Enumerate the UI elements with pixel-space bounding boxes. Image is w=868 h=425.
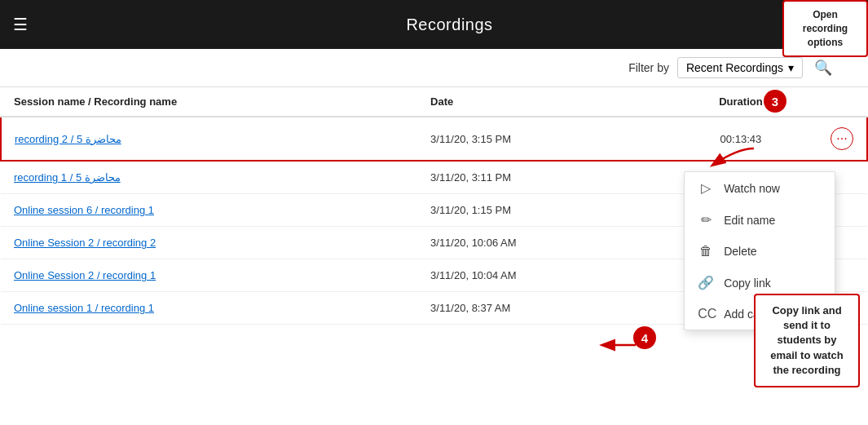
recording-name-cell: Online Session 2 / recording 1: [1, 259, 417, 292]
hamburger-icon[interactable]: ☰: [13, 15, 28, 34]
copy-link-callout: Copy link and send it to students by ema…: [754, 294, 860, 387]
menu-item-delete[interactable]: 🗑Delete: [685, 236, 835, 267]
chevron-down-icon: ▾: [788, 61, 794, 74]
col-date: Date: [417, 87, 664, 117]
col-session-name: Session name / Recording name: [1, 87, 417, 117]
recording-name-link[interactable]: Online Session 2 / recording 2: [14, 237, 156, 249]
copy-icon: 🔗: [698, 275, 714, 290]
menu-item-edit[interactable]: ✏Edit name: [685, 204, 835, 236]
recording-name-link[interactable]: Online session 6 / recording 1: [14, 204, 154, 216]
app-container: ☰ Recordings Open recording options Filt…: [0, 0, 868, 425]
three-dot-button[interactable]: ···: [831, 127, 853, 150]
step3-arrow: [697, 140, 762, 175]
edit-icon: ✏: [698, 212, 714, 228]
recording-date-cell: 3/11/20, 1:15 PM: [417, 194, 664, 227]
copy-label: Copy link: [724, 277, 771, 290]
step-circle-4: 4: [633, 326, 656, 349]
search-button[interactable]: 🔍: [811, 55, 835, 80]
step-circle-3: 3: [764, 90, 786, 113]
header: ☰ Recordings Open recording options: [0, 0, 868, 49]
recording-name-link[interactable]: recording 2 / محاضرة 5: [15, 133, 121, 145]
watch-icon: ▷: [698, 180, 714, 196]
recording-name-cell: Online session 6 / recording 1: [1, 194, 417, 227]
recording-date-cell: 3/11/20, 8:37 AM: [417, 292, 664, 325]
caption-icon: CC: [698, 307, 714, 321]
filter-select[interactable]: Recent Recordings ▾: [677, 57, 803, 78]
recording-date-cell: 3/11/20, 3:15 PM: [417, 117, 664, 161]
recording-name-cell: Online Session 2 / recording 2: [1, 227, 417, 259]
watch-label: Watch now: [724, 182, 780, 195]
recording-name-link[interactable]: Online Session 2 / recording 1: [14, 269, 156, 281]
recording-date-cell: 3/11/20, 3:11 PM: [417, 161, 664, 194]
page-title: Recordings: [44, 15, 855, 34]
recording-name-link[interactable]: Online session 1 / recording 1: [14, 302, 154, 314]
edit-label: Edit name: [724, 214, 775, 227]
open-recording-callout: Open recording options: [782, 0, 868, 57]
recording-name-cell: Online session 1 / recording 1: [1, 292, 417, 325]
recording-date-cell: 3/11/20, 10:04 AM: [417, 259, 664, 292]
filter-bar: Filter by Recent Recordings ▾ 🔍: [0, 49, 868, 87]
recording-action-cell: ···: [817, 117, 867, 161]
col-duration: Duration: [664, 87, 817, 117]
delete-label: Delete: [724, 245, 756, 258]
recording-date-cell: 3/11/20, 10:06 AM: [417, 227, 664, 259]
recording-name-cell: recording 1 / محاضرة 5: [1, 161, 417, 194]
recording-name-link[interactable]: recording 1 / محاضرة 5: [14, 171, 121, 184]
delete-icon: 🗑: [698, 244, 714, 259]
recording-name-cell: recording 2 / محاضرة 5: [1, 117, 417, 161]
menu-item-watch[interactable]: ▷Watch now: [685, 172, 835, 204]
filter-by-label: Filter by: [628, 61, 669, 74]
filter-option-label: Recent Recordings: [686, 61, 783, 74]
